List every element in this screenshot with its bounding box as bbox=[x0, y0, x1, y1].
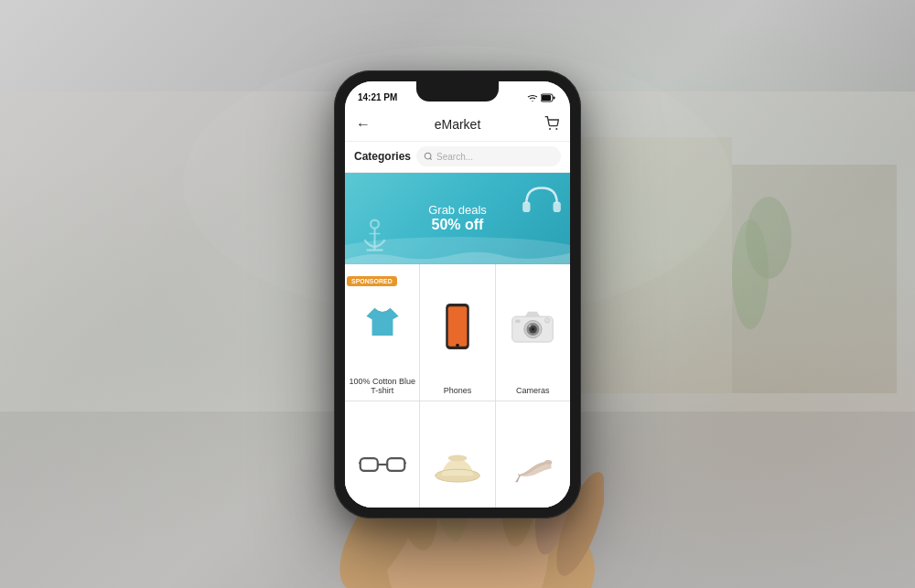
headphones-icon bbox=[519, 178, 565, 224]
cart-icon bbox=[544, 116, 559, 131]
search-icon bbox=[424, 152, 433, 161]
banner-line2: 50% off bbox=[428, 217, 487, 233]
hat-image bbox=[424, 409, 490, 508]
banner-wrapper: Grab deals 50% off SPONSORED bbox=[345, 173, 570, 264]
shirt-icon bbox=[362, 302, 403, 342]
search-placeholder: Search... bbox=[436, 152, 473, 162]
phone-notch bbox=[416, 81, 499, 102]
svg-point-31 bbox=[456, 344, 459, 347]
svg-rect-29 bbox=[447, 306, 468, 347]
svg-rect-16 bbox=[542, 95, 551, 101]
glasses-image bbox=[349, 409, 415, 508]
banner-wave bbox=[345, 246, 570, 264]
app-title: eMarket bbox=[435, 117, 481, 132]
status-icons bbox=[527, 93, 555, 102]
cameras-label: Cameras bbox=[516, 386, 550, 395]
camera-image bbox=[500, 272, 566, 383]
promotional-banner[interactable]: Grab deals 50% off bbox=[345, 173, 570, 264]
svg-rect-17 bbox=[554, 96, 555, 99]
search-bar: Categories Search... bbox=[345, 142, 570, 173]
svg-point-18 bbox=[549, 128, 551, 130]
battery-icon bbox=[541, 93, 555, 102]
app-header: ← eMarket bbox=[345, 109, 570, 142]
phone-body: 14:21 PM bbox=[334, 70, 581, 519]
product-cell-phones[interactable]: Phones bbox=[420, 264, 494, 401]
cart-button[interactable] bbox=[544, 116, 559, 134]
hat-icon bbox=[434, 445, 481, 484]
status-time: 14:21 PM bbox=[358, 92, 397, 102]
product-cell-glasses[interactable]: Glasses bbox=[345, 401, 419, 508]
svg-point-22 bbox=[371, 219, 379, 228]
svg-point-49 bbox=[544, 460, 552, 465]
phone-product-image bbox=[424, 272, 490, 383]
phones-label: Phones bbox=[444, 386, 472, 395]
phone-device: 14:21 PM bbox=[334, 70, 581, 519]
svg-point-37 bbox=[532, 328, 534, 331]
app-content: Grab deals 50% off SPONSORED bbox=[345, 173, 570, 508]
svg-rect-26 bbox=[522, 201, 530, 212]
shirt-label: 100% Cotton Blue T-shirt bbox=[349, 377, 415, 395]
svg-rect-42 bbox=[387, 458, 404, 471]
wifi-icon bbox=[527, 93, 538, 102]
sponsored-badge: SPONSORED bbox=[347, 276, 397, 286]
svg-point-40 bbox=[545, 318, 550, 323]
shoes-icon bbox=[511, 444, 554, 486]
svg-point-5 bbox=[746, 197, 791, 279]
product-cell-hats[interactable]: Hats bbox=[420, 401, 494, 508]
phone-screen: 14:21 PM bbox=[345, 81, 570, 508]
svg-rect-39 bbox=[516, 320, 521, 323]
shoes-image bbox=[500, 409, 566, 508]
svg-point-47 bbox=[448, 454, 468, 461]
camera-icon bbox=[511, 308, 554, 345]
banner-line1: Grab deals bbox=[428, 203, 487, 217]
categories-label: Categories bbox=[354, 150, 411, 163]
search-input-area[interactable]: Search... bbox=[416, 146, 561, 166]
svg-rect-41 bbox=[360, 458, 377, 471]
shirt-image bbox=[349, 272, 415, 374]
product-cell-shoes[interactable]: Shoes bbox=[496, 401, 570, 508]
svg-point-19 bbox=[555, 128, 557, 130]
svg-rect-27 bbox=[554, 201, 561, 212]
svg-line-21 bbox=[430, 158, 432, 160]
banner-text: Grab deals 50% off bbox=[428, 203, 487, 233]
svg-point-20 bbox=[425, 153, 431, 159]
glasses-icon bbox=[359, 453, 406, 476]
svg-point-38 bbox=[529, 326, 532, 328]
back-button[interactable]: ← bbox=[356, 116, 371, 133]
phone-product-icon bbox=[443, 304, 472, 349]
product-cell-cameras[interactable]: Cameras bbox=[496, 264, 570, 401]
product-grid: 100% Cotton Blue T-shirt Phone bbox=[345, 264, 570, 508]
